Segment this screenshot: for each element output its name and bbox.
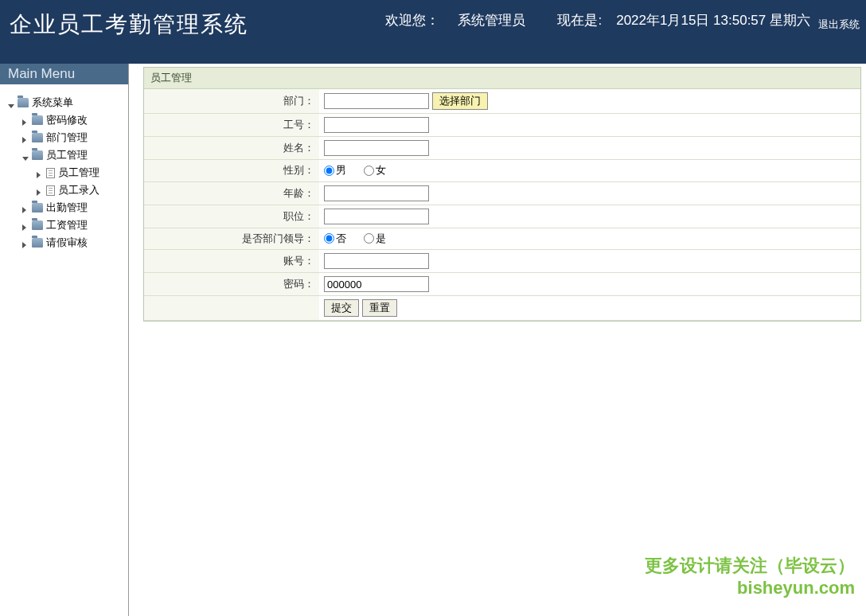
tree-item-employee-manage[interactable]: 员工管理 bbox=[8, 164, 125, 181]
tree-label: 请假审核 bbox=[46, 236, 88, 250]
submit-button[interactable]: 提交 bbox=[324, 299, 359, 317]
sidebar: Main Menu 系统菜单 密码修改 部门管理 员工管理 bbox=[0, 64, 129, 616]
dept-label: 部门： bbox=[144, 89, 319, 114]
chevron-right-icon bbox=[22, 221, 30, 229]
tree-root[interactable]: 系统菜单 bbox=[8, 94, 125, 111]
tree-item-salary[interactable]: 工资管理 bbox=[8, 216, 125, 234]
name-input[interactable] bbox=[324, 140, 429, 156]
gender-label: 性别： bbox=[144, 160, 319, 182]
select-dept-button[interactable]: 选择部门 bbox=[432, 92, 488, 110]
header-info: 欢迎您： 系统管理员 现在是:2022年1月15日 13:50:57 星期六 bbox=[357, 11, 810, 29]
folder-icon bbox=[18, 98, 29, 107]
account-input[interactable] bbox=[324, 253, 429, 269]
folder-icon bbox=[32, 133, 43, 142]
age-label: 年龄： bbox=[144, 181, 319, 205]
folder-icon bbox=[32, 203, 43, 212]
app-header: 企业员工考勤管理系统 欢迎您： 系统管理员 现在是:2022年1月15日 13:… bbox=[0, 0, 866, 64]
form-panel: 员工管理 部门： 选择部门 工号： 姓名： bbox=[143, 67, 861, 322]
tree-label: 员工管理 bbox=[58, 166, 99, 180]
password-label: 密码： bbox=[144, 273, 319, 296]
position-input[interactable] bbox=[324, 209, 429, 224]
tree-label: 员工管理 bbox=[46, 148, 88, 162]
logout-link[interactable]: 退出系统 bbox=[818, 18, 860, 32]
leader-yes-radio[interactable] bbox=[364, 233, 374, 244]
sidebar-title: Main Menu bbox=[0, 64, 128, 84]
password-input[interactable] bbox=[324, 276, 429, 292]
tree-label: 工资管理 bbox=[46, 218, 88, 232]
chevron-down-icon bbox=[22, 151, 30, 159]
reset-button[interactable]: 重置 bbox=[362, 299, 397, 317]
gender-female-radio[interactable] bbox=[364, 166, 374, 176]
welcome-text: 欢迎您： 系统管理员 bbox=[371, 13, 525, 28]
chevron-right-icon bbox=[37, 169, 45, 177]
tree-item-dept[interactable]: 部门管理 bbox=[8, 129, 125, 146]
tree-item-leave[interactable]: 请假审核 bbox=[8, 234, 125, 251]
chevron-right-icon bbox=[37, 186, 45, 194]
age-input[interactable] bbox=[324, 185, 429, 201]
tree-item-employee-entry[interactable]: 员工录入 bbox=[8, 181, 125, 199]
tree-label: 部门管理 bbox=[46, 131, 88, 145]
chevron-right-icon bbox=[22, 116, 30, 124]
tree-label: 出勤管理 bbox=[46, 201, 88, 215]
leader-label: 是否部门领导： bbox=[144, 228, 319, 250]
position-label: 职位： bbox=[144, 205, 319, 228]
empno-label: 工号： bbox=[144, 114, 319, 137]
chevron-right-icon bbox=[22, 239, 30, 247]
tree-item-employee[interactable]: 员工管理 bbox=[8, 146, 125, 164]
name-label: 姓名： bbox=[144, 137, 319, 160]
folder-icon bbox=[32, 220, 43, 230]
gender-female-label: 女 bbox=[376, 163, 386, 177]
chevron-right-icon bbox=[22, 204, 30, 212]
employee-form: 部门： 选择部门 工号： 姓名： 性别： 男 bbox=[144, 89, 860, 321]
tree-label: 系统菜单 bbox=[32, 96, 73, 110]
file-icon bbox=[46, 168, 55, 178]
datetime-text: 现在是:2022年1月15日 13:50:57 星期六 bbox=[543, 13, 810, 28]
dept-input[interactable] bbox=[324, 93, 429, 109]
tree-item-attendance[interactable]: 出勤管理 bbox=[8, 199, 125, 216]
folder-icon bbox=[32, 150, 43, 160]
tree-label: 员工录入 bbox=[58, 183, 99, 197]
tree-label: 密码修改 bbox=[46, 113, 88, 127]
gender-male-label: 男 bbox=[336, 163, 346, 177]
leader-no-label: 否 bbox=[336, 232, 346, 246]
gender-male-radio[interactable] bbox=[324, 166, 334, 176]
file-icon bbox=[46, 185, 55, 196]
tree-item-password[interactable]: 密码修改 bbox=[8, 111, 125, 129]
leader-yes-label: 是 bbox=[376, 232, 386, 246]
main-content: 员工管理 部门： 选择部门 工号： 姓名： bbox=[129, 64, 866, 616]
leader-no-radio[interactable] bbox=[324, 233, 334, 244]
nav-tree: 系统菜单 密码修改 部门管理 员工管理 员工管理 bbox=[0, 84, 128, 255]
chevron-right-icon bbox=[22, 134, 30, 142]
panel-title: 员工管理 bbox=[144, 68, 860, 89]
folder-icon bbox=[32, 115, 43, 125]
empno-input[interactable] bbox=[324, 117, 429, 133]
account-label: 账号： bbox=[144, 250, 319, 273]
chevron-down-icon bbox=[8, 99, 16, 107]
folder-icon bbox=[32, 238, 43, 248]
